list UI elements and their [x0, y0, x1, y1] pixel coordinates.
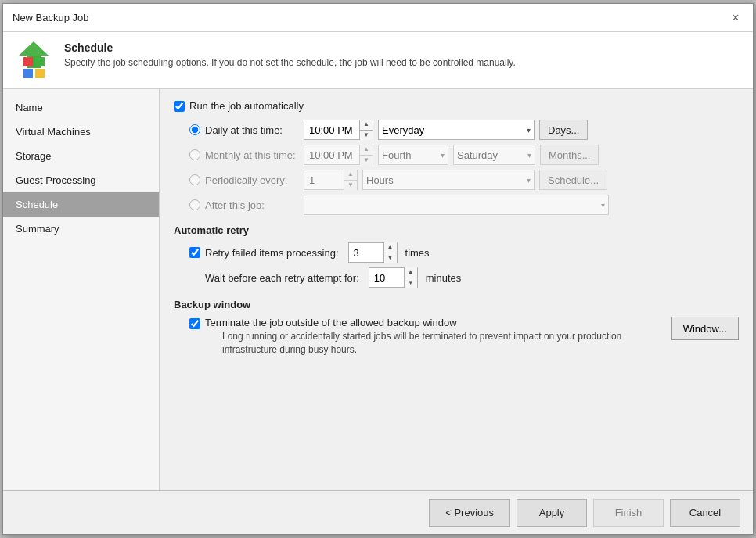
retry-row: Retry failed items processing: ▲ ▼ times: [189, 242, 739, 263]
monthly-time-up-btn[interactable]: ▲: [360, 145, 373, 156]
dialog-title: New Backup Job: [13, 12, 89, 23]
daily-time-input[interactable]: [304, 120, 359, 139]
close-button[interactable]: ×: [728, 10, 743, 26]
header-text: Schedule Specify the job scheduling opti…: [64, 41, 516, 68]
header-description: Specify the job scheduling options. If y…: [64, 57, 516, 68]
daily-label: Daily at this time:: [205, 124, 299, 136]
header-title: Schedule: [64, 41, 516, 54]
monthly-time-spinbox: ▲ ▼: [304, 145, 373, 165]
monthly-day-select[interactable]: Monday Tuesday Wednesday Thursday Friday…: [453, 145, 535, 165]
sidebar-item-schedule[interactable]: Schedule: [3, 192, 159, 217]
schedule-button[interactable]: Schedule...: [539, 170, 607, 190]
monthly-label: Monthly at this time:: [205, 149, 299, 161]
retry-down-btn[interactable]: ▼: [384, 253, 397, 264]
previous-button[interactable]: < Previous: [429, 499, 510, 527]
after-job-label: After this job:: [205, 199, 299, 211]
daily-freq-wrapper: Everyday Weekdays Weekends: [378, 120, 535, 140]
finish-button[interactable]: Finish: [593, 499, 664, 527]
daily-time-down-btn[interactable]: ▼: [360, 131, 373, 141]
header: Schedule Specify the job scheduling opti…: [3, 32, 753, 89]
terminate-label: Terminate the job outside of the allowed…: [205, 317, 457, 328]
icon-green: [35, 57, 45, 66]
periodic-radio[interactable]: [189, 174, 200, 185]
monthly-period-select[interactable]: First Second Third Fourth Last: [378, 145, 448, 165]
sidebar-item-storage[interactable]: Storage: [3, 144, 159, 168]
retry-value-input[interactable]: [349, 243, 383, 262]
wait-down-btn[interactable]: ▼: [405, 278, 417, 289]
wait-value-input[interactable]: [369, 268, 404, 287]
daily-row: Daily at this time: ▲ ▼ Everyday Weekday…: [189, 120, 739, 140]
daily-freq-select[interactable]: Everyday Weekdays Weekends: [378, 120, 535, 140]
monthly-row: Monthly at this time: ▲ ▼ First Second T…: [189, 145, 739, 165]
after-job-select-wrapper: [304, 195, 609, 215]
run-automatically-row: Run the job automatically: [174, 100, 739, 112]
months-button[interactable]: Months...: [540, 145, 599, 165]
automatic-retry-section-label: Automatic retry: [174, 224, 739, 236]
monthly-time-down-btn[interactable]: ▼: [360, 156, 373, 166]
sidebar-item-name[interactable]: Name: [3, 95, 159, 120]
monthly-period-wrapper: First Second Third Fourth Last: [378, 145, 448, 165]
periodic-unit-wrapper: Hours Minutes: [362, 170, 535, 190]
retry-up-btn[interactable]: ▲: [384, 242, 397, 253]
monthly-time-spinbox-btns: ▲ ▼: [359, 145, 373, 165]
terminate-checkbox[interactable]: [189, 318, 200, 329]
retry-label: Retry failed items processing:: [205, 247, 339, 259]
periodic-unit-select[interactable]: Hours Minutes: [362, 170, 535, 190]
backup-window-section-label: Backup window: [174, 299, 739, 310]
run-automatically-label: Run the job automatically: [189, 100, 304, 112]
title-bar: New Backup Job ×: [3, 4, 753, 32]
wait-value-spinbox-btns: ▲ ▼: [404, 267, 417, 288]
wait-label: Wait before each retry attempt for:: [205, 272, 359, 284]
footer: < Previous Apply Finish Cancel: [3, 490, 753, 534]
cancel-button[interactable]: Cancel: [670, 499, 740, 527]
window-button[interactable]: Window...: [671, 317, 739, 340]
periodic-value-input[interactable]: [304, 170, 344, 189]
days-button[interactable]: Days...: [539, 120, 588, 140]
after-job-select[interactable]: [304, 195, 609, 215]
icon-blue: [23, 69, 33, 78]
periodic-value-spinbox: ▲ ▼: [304, 170, 358, 190]
app-icon: [16, 41, 53, 79]
icon-red: [23, 57, 33, 66]
periodic-value-spinbox-btns: ▲ ▼: [344, 170, 357, 190]
wait-row: Wait before each retry attempt for: ▲ ▼ …: [205, 267, 739, 288]
periodic-value-down-btn[interactable]: ▼: [344, 181, 357, 191]
daily-radio[interactable]: [189, 124, 200, 135]
daily-time-spinbox: ▲ ▼: [304, 120, 373, 140]
monthly-time-input[interactable]: [304, 145, 359, 164]
new-backup-job-dialog: New Backup Job × Schedule Specify the jo…: [2, 3, 754, 535]
monthly-radio[interactable]: [189, 149, 200, 160]
run-automatically-checkbox[interactable]: [174, 101, 185, 112]
backup-window-row: Terminate the job outside of the allowed…: [189, 317, 739, 357]
sidebar-item-summary[interactable]: Summary: [3, 217, 159, 241]
after-job-radio[interactable]: [189, 199, 200, 210]
periodic-value-up-btn[interactable]: ▲: [344, 170, 357, 181]
periodic-row: Periodically every: ▲ ▼ Hours Minutes Sc…: [189, 170, 739, 190]
body: Name Virtual Machines Storage Guest Proc…: [3, 89, 753, 490]
wait-up-btn[interactable]: ▲: [405, 267, 417, 278]
sidebar-item-virtual-machines[interactable]: Virtual Machines: [3, 120, 159, 144]
sidebar-item-guest-processing[interactable]: Guest Processing: [3, 168, 159, 192]
daily-time-up-btn[interactable]: ▲: [360, 120, 373, 131]
wait-unit: minutes: [426, 272, 462, 284]
apply-button[interactable]: Apply: [517, 499, 587, 527]
retry-checkbox[interactable]: [189, 247, 200, 258]
retry-unit: times: [405, 247, 430, 259]
monthly-day-wrapper: Monday Tuesday Wednesday Thursday Friday…: [453, 145, 535, 165]
main-content: Run the job automatically Daily at this …: [160, 89, 753, 490]
retry-value-spinbox: ▲ ▼: [348, 242, 398, 263]
periodic-label: Periodically every:: [205, 174, 299, 186]
daily-time-spinbox-btns: ▲ ▼: [359, 120, 373, 140]
icon-yellow: [35, 69, 45, 78]
after-job-row: After this job:: [189, 195, 739, 215]
backup-window-description: Long running or accidentally started job…: [222, 330, 645, 357]
wait-value-spinbox: ▲ ▼: [369, 267, 418, 288]
sidebar: Name Virtual Machines Storage Guest Proc…: [3, 89, 160, 490]
retry-value-spinbox-btns: ▲ ▼: [383, 242, 397, 263]
